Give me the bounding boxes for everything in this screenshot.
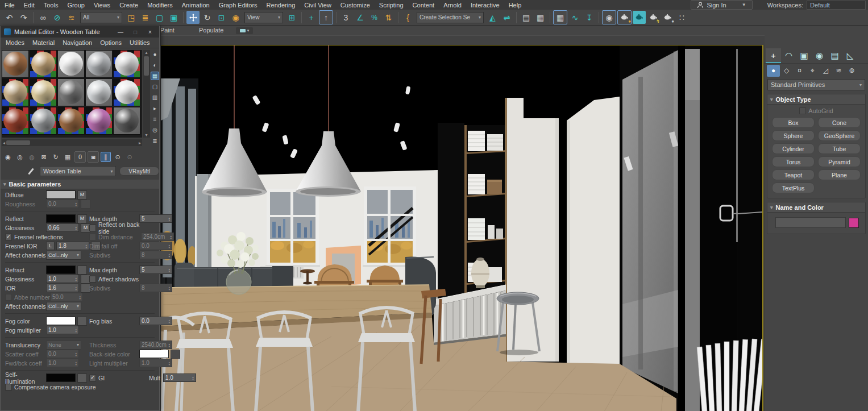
map-button-diffuse[interactable]: M bbox=[77, 190, 87, 200]
material-sample-slot-2[interactable] bbox=[30, 50, 57, 78]
undo-icon[interactable]: ↶ bbox=[3, 11, 16, 24]
map-button-self-illumination[interactable] bbox=[77, 373, 87, 383]
hierarchy-tab[interactable]: ▣ bbox=[796, 49, 812, 63]
material-sample-slot-15[interactable] bbox=[113, 107, 140, 135]
sign-in-button[interactable]: Sign In ▼ bbox=[691, 0, 752, 10]
render-production-icon[interactable]: ↯ bbox=[647, 11, 660, 24]
show-map-in-viewport-icon[interactable]: ◙ bbox=[88, 151, 99, 163]
utilities-tab[interactable]: ◺ bbox=[842, 49, 858, 63]
unlink-selection-icon[interactable]: ⊘ bbox=[51, 11, 64, 24]
object-type-rollout-header[interactable]: ▾ Object Type bbox=[767, 94, 865, 105]
edit-named-selection-sets-icon[interactable]: { bbox=[401, 11, 414, 24]
menu-customize[interactable]: Customize bbox=[336, 0, 375, 10]
select-and-manipulate-icon[interactable]: + bbox=[305, 11, 318, 24]
map-button-refract[interactable] bbox=[77, 265, 87, 275]
spinner-fwd-bck-coeff[interactable]: 1.0▴▾ bbox=[46, 359, 79, 367]
assign-material-to-selection-icon[interactable]: ◍ bbox=[27, 152, 37, 162]
menu-tools[interactable]: Tools bbox=[39, 0, 63, 10]
menu-graph-editors[interactable]: Graph Editors bbox=[214, 0, 262, 10]
spinner-glossiness[interactable]: 0.66▴▾ bbox=[46, 223, 79, 232]
snaps-toggle-icon[interactable]: 3 bbox=[339, 11, 352, 24]
material-sample-slot-9[interactable] bbox=[85, 78, 113, 106]
me-menu-modes[interactable]: Modes bbox=[2, 39, 28, 46]
curve-editor-icon[interactable]: ∿ bbox=[568, 11, 582, 24]
gi-checkbox[interactable]: ✓ bbox=[89, 375, 96, 381]
ribbon-minimize-button[interactable]: ▾ bbox=[236, 27, 253, 34]
video-color-check-icon[interactable]: ▥ bbox=[151, 93, 159, 102]
render-setup-icon[interactable]: ● bbox=[617, 10, 632, 24]
window-right[interactable] bbox=[363, 186, 417, 267]
go-forward-to-sibling-icon[interactable]: ⊙ bbox=[124, 152, 135, 162]
material-sample-slot-12[interactable] bbox=[30, 107, 57, 135]
spinner-roughness[interactable]: 0.0▴▾ bbox=[46, 200, 79, 208]
color-swatch-diffuse[interactable] bbox=[46, 190, 76, 199]
spinner-subdivs[interactable]: 8▴▾ bbox=[139, 251, 172, 259]
cameras-subtab[interactable]: ⌖ bbox=[806, 65, 819, 77]
make-preview-icon[interactable]: ▸ bbox=[151, 104, 159, 113]
menu-views[interactable]: Views bbox=[89, 0, 115, 10]
pick-material-from-object-icon[interactable] bbox=[28, 168, 34, 175]
wardrobe[interactable] bbox=[620, 45, 762, 411]
angle-snap-icon[interactable]: ∠ bbox=[354, 11, 367, 24]
object-type-plane[interactable]: Plane bbox=[818, 169, 861, 180]
spinner-gi[interactable]: 1.0▴▾ bbox=[163, 373, 196, 382]
window-title-bar[interactable]: Material Editor - Wooden Table — □ × bbox=[1, 26, 159, 38]
me-menu-utilities[interactable]: Utilities bbox=[126, 39, 153, 46]
color-swatch-self-illumination[interactable] bbox=[46, 373, 76, 382]
material-sample-slot-13[interactable] bbox=[57, 107, 85, 135]
ribbon-tab-populate[interactable]: Populate bbox=[199, 27, 223, 34]
material-map-navigator-icon[interactable]: ≣ bbox=[151, 136, 159, 145]
window-crossing-toggle-icon[interactable]: ▣ bbox=[167, 11, 180, 24]
material-editor-icon[interactable]: ◉ bbox=[602, 10, 616, 24]
color-swatch-back-side-color[interactable] bbox=[139, 350, 169, 358]
dim-distance-checkbox[interactable] bbox=[89, 234, 96, 240]
lock-button[interactable]: L bbox=[46, 242, 55, 250]
lights-subtab[interactable]: ¤ bbox=[793, 65, 806, 77]
object-type-pyramid[interactable]: Pyramid bbox=[818, 156, 861, 167]
menu-create[interactable]: Create bbox=[115, 0, 143, 10]
map-button-fog-color[interactable] bbox=[77, 317, 87, 326]
bind-to-space-warp-icon[interactable]: ≋ bbox=[65, 11, 78, 24]
spinner-thickness[interactable]: 2540.0cm▴▾ bbox=[139, 341, 172, 349]
menu-scripting[interactable]: Scripting bbox=[375, 0, 408, 10]
me-menu-navigation[interactable]: Navigation bbox=[59, 39, 96, 46]
me-menu-options[interactable]: Options bbox=[96, 39, 126, 46]
menu-animation[interactable]: Animation bbox=[177, 0, 214, 10]
go-to-parent-icon[interactable]: ⊙ bbox=[113, 152, 123, 162]
spinner-light-multiplier[interactable]: 1.0▴▾ bbox=[139, 359, 172, 367]
object-type-tube[interactable]: Tube bbox=[818, 143, 861, 154]
schematic-view-icon[interactable]: ↧ bbox=[583, 11, 596, 24]
swatch-horizontal-scrollbar[interactable]: ◂▸ bbox=[2, 139, 142, 146]
use-pivot-point-center-icon[interactable]: ⊞ bbox=[285, 11, 298, 24]
object-color-swatch[interactable] bbox=[849, 218, 859, 228]
select-and-place-icon[interactable]: ◉ bbox=[229, 11, 242, 24]
rendered-frame-window-icon[interactable] bbox=[633, 11, 646, 24]
spinner-max-depth[interactable]: 5▴▾ bbox=[139, 265, 172, 274]
modify-tab[interactable]: ◠ bbox=[781, 49, 796, 63]
menu-edit[interactable]: Edit bbox=[19, 0, 39, 10]
name-color-rollout-header[interactable]: ▾ Name and Color bbox=[767, 202, 865, 213]
autogrid-checkbox[interactable] bbox=[799, 107, 806, 114]
mirror-icon[interactable]: ◭ bbox=[486, 11, 499, 24]
compensate-camera-exposure-checkbox[interactable] bbox=[5, 384, 12, 391]
menu-arnold[interactable]: Arnold bbox=[439, 0, 466, 10]
get-material-icon[interactable]: ◉ bbox=[3, 152, 13, 162]
basic-parameters-rollout-header[interactable]: ▾ Basic parameters bbox=[1, 180, 159, 189]
menu-rendering[interactable]: Rendering bbox=[262, 0, 300, 10]
material-sample-slot-1[interactable] bbox=[2, 50, 29, 78]
close-button[interactable]: × bbox=[144, 29, 156, 35]
put-to-library-icon[interactable]: ▦ bbox=[63, 152, 73, 162]
spinner-subdivs[interactable]: 8▴▾ bbox=[139, 284, 172, 292]
select-and-move-icon[interactable] bbox=[186, 11, 200, 24]
render-in-cloud-icon[interactable]: ● bbox=[661, 11, 674, 24]
spinner-snap-icon[interactable]: ⇅ bbox=[382, 11, 395, 24]
reset-map-icon[interactable]: ⊠ bbox=[39, 152, 49, 162]
maximize-button[interactable]: □ bbox=[130, 29, 141, 35]
material-sample-slot-7[interactable] bbox=[30, 78, 57, 106]
spinner-dim-distance[interactable]: 254.0cm▴▾ bbox=[141, 233, 174, 241]
dropdown-affect-channels[interactable]: Col...nly▾ bbox=[46, 302, 81, 311]
me-menu-material[interactable]: Material bbox=[28, 39, 59, 46]
material-sample-slot-11[interactable] bbox=[2, 107, 29, 135]
reference-coordinate-system-dropdown[interactable]: View▾ bbox=[244, 12, 283, 23]
fresnel-reflections-checkbox[interactable]: ✓ bbox=[5, 234, 12, 240]
